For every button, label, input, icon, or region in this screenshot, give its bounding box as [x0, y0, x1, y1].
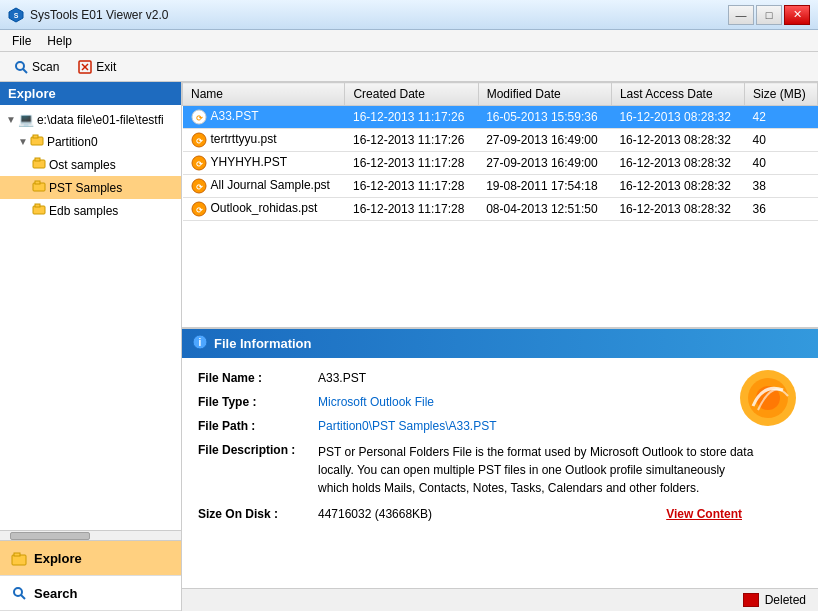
label-filepath: File Path :	[198, 419, 318, 433]
scan-button[interactable]: Scan	[6, 56, 66, 78]
table-header-row: Name Created Date Modified Date Last Acc…	[183, 83, 818, 106]
col-created[interactable]: Created Date	[345, 83, 478, 106]
cell-size: 36	[745, 198, 818, 221]
close-button[interactable]: ✕	[784, 5, 810, 25]
cell-created: 16-12-2013 11:17:26	[345, 106, 478, 129]
content-area: Name Created Date Modified Date Last Acc…	[182, 82, 818, 611]
view-content-link[interactable]: View Content	[666, 507, 802, 521]
file-info-title: File Information	[214, 336, 312, 351]
col-modified[interactable]: Modified Date	[478, 83, 611, 106]
cell-created: 16-12-2013 11:17:28	[345, 198, 478, 221]
value-filepath: Partition0\PST Samples\A33.PST	[318, 419, 802, 433]
table-row[interactable]: ⟳tertrttyyu.pst 16-12-2013 11:17:26 27-0…	[183, 129, 818, 152]
sidebar-header: Explore	[0, 82, 181, 105]
minimize-button[interactable]: —	[728, 5, 754, 25]
label-size: Size On Disk :	[198, 507, 318, 521]
legend: Deleted	[182, 588, 818, 611]
cell-created: 16-12-2013 11:17:28	[345, 175, 478, 198]
exit-icon	[77, 59, 93, 75]
label-filetype: File Type :	[198, 395, 318, 409]
menu-file[interactable]: File	[4, 32, 39, 50]
svg-text:⟳: ⟳	[195, 160, 202, 169]
value-size: 44716032 (43668KB)	[318, 507, 666, 521]
table-row[interactable]: ⟳YHYHYH.PST 16-12-2013 11:17:28 27-09-20…	[183, 152, 818, 175]
tree-item-partition[interactable]: ▼ Partition0	[0, 130, 181, 153]
svg-rect-14	[35, 204, 40, 207]
sidebar-bottom-tabs: Explore Search	[0, 540, 181, 611]
cell-created: 16-12-2013 11:17:28	[345, 152, 478, 175]
svg-rect-12	[35, 181, 40, 184]
cell-name: ⟳tertrttyyu.pst	[183, 129, 345, 152]
file-table: Name Created Date Modified Date Last Acc…	[182, 82, 818, 221]
svg-text:i: i	[199, 337, 202, 348]
cell-accessed: 16-12-2013 08:28:32	[611, 198, 744, 221]
cell-accessed: 16-12-2013 08:28:32	[611, 175, 744, 198]
menu-help[interactable]: Help	[39, 32, 80, 50]
titlebar-controls: — □ ✕	[728, 5, 810, 25]
cell-accessed: 16-12-2013 08:28:32	[611, 106, 744, 129]
legend-label: Deleted	[765, 593, 806, 607]
table-row[interactable]: ⟳A33.PST 16-12-2013 11:17:26 16-05-2013 …	[183, 106, 818, 129]
info-row-filepath: File Path : Partition0\PST Samples\A33.P…	[198, 414, 802, 438]
tree-item-drive[interactable]: ▼ 💻 e:\data file\e01-file\testfi	[0, 109, 181, 130]
file-list: Name Created Date Modified Date Last Acc…	[182, 82, 818, 328]
tree-item-ost[interactable]: Ost samples	[0, 153, 181, 176]
table-row[interactable]: ⟳All Journal Sample.pst 16-12-2013 11:17…	[183, 175, 818, 198]
file-info-panel: i File Information File	[182, 328, 818, 588]
label-description: File Description :	[198, 443, 318, 457]
svg-text:⟳: ⟳	[195, 206, 202, 215]
tree-ost-label: Ost samples	[49, 158, 116, 172]
search-tab[interactable]: Search	[0, 576, 181, 611]
value-description: PST or Personal Folders File is the form…	[318, 443, 758, 497]
table-row[interactable]: ⟳Outlook_rohidas.pst 16-12-2013 11:17:28…	[183, 198, 818, 221]
info-row-filename: File Name : A33.PST	[198, 366, 802, 390]
file-info-content: File Name : A33.PST File Type : Microsof…	[182, 358, 818, 534]
outlook-logo	[738, 368, 798, 428]
cell-accessed: 16-12-2013 08:28:32	[611, 129, 744, 152]
exit-button[interactable]: Exit	[70, 56, 123, 78]
explore-tab[interactable]: Explore	[0, 541, 181, 576]
file-info-header: i File Information	[182, 329, 818, 358]
explore-tab-label: Explore	[34, 551, 82, 566]
svg-point-2	[16, 62, 24, 70]
svg-text:S: S	[14, 12, 19, 19]
scan-icon	[13, 59, 29, 75]
tree-item-pst[interactable]: PST Samples	[0, 176, 181, 199]
svg-text:⟳: ⟳	[195, 137, 202, 146]
tree-partition-label: Partition0	[47, 135, 98, 149]
col-size[interactable]: Size (MB)	[745, 83, 818, 106]
cell-modified: 27-09-2013 16:49:00	[478, 129, 611, 152]
tree-item-edb[interactable]: Edb samples	[0, 199, 181, 222]
svg-text:⟳: ⟳	[195, 114, 202, 123]
cell-name: ⟳YHYHYH.PST	[183, 152, 345, 175]
cell-name: ⟳A33.PST	[183, 106, 345, 129]
label-filename: File Name :	[198, 371, 318, 385]
cell-created: 16-12-2013 11:17:26	[345, 129, 478, 152]
svg-line-18	[21, 595, 25, 599]
info-row-size: Size On Disk : 44716032 (43668KB) View C…	[198, 502, 802, 526]
svg-rect-16	[14, 553, 20, 556]
scrollbar-thumb[interactable]	[10, 532, 90, 540]
info-row-filetype: File Type : Microsoft Outlook File	[198, 390, 802, 414]
cell-size: 42	[745, 106, 818, 129]
cell-modified: 19-08-2011 17:54:18	[478, 175, 611, 198]
info-row-description: File Description : PST or Personal Folde…	[198, 438, 802, 502]
cell-size: 40	[745, 152, 818, 175]
maximize-button[interactable]: □	[756, 5, 782, 25]
cell-accessed: 16-12-2013 08:28:32	[611, 152, 744, 175]
sidebar-scrollbar[interactable]	[0, 530, 181, 540]
titlebar: S SysTools E01 Viewer v2.0 — □ ✕	[0, 0, 818, 30]
tree-edb-label: Edb samples	[49, 204, 118, 218]
svg-rect-8	[33, 135, 38, 138]
exit-label: Exit	[96, 60, 116, 74]
col-accessed[interactable]: Last Access Date	[611, 83, 744, 106]
scan-label: Scan	[32, 60, 59, 74]
cell-name: ⟳All Journal Sample.pst	[183, 175, 345, 198]
cell-size: 40	[745, 129, 818, 152]
cell-size: 38	[745, 175, 818, 198]
main-layout: Explore ▼ 💻 e:\data file\e01-file\testfi…	[0, 82, 818, 611]
cell-modified: 27-09-2013 16:49:00	[478, 152, 611, 175]
col-name[interactable]: Name	[183, 83, 345, 106]
partition-icon	[30, 133, 44, 150]
svg-text:⟳: ⟳	[195, 183, 202, 192]
